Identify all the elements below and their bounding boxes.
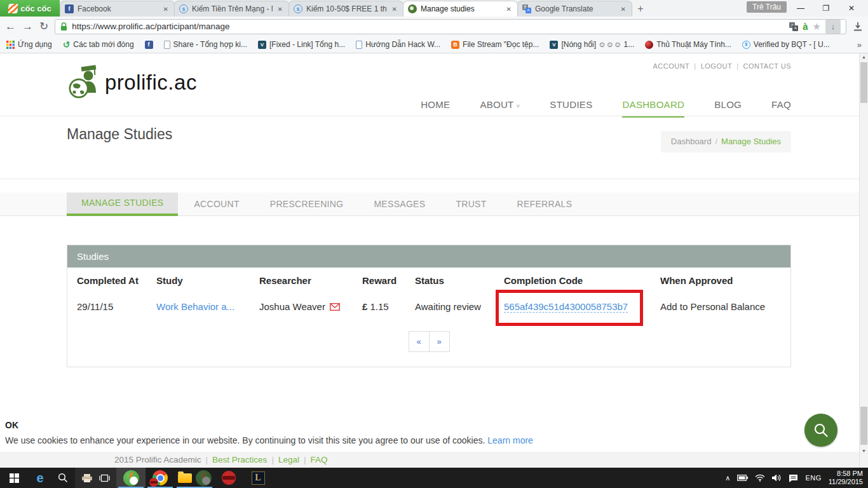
account-link[interactable]: ACCOUNT xyxy=(653,62,689,70)
coccoc-menu-button[interactable]: cốc cốc xyxy=(0,0,60,17)
footer-legal-link[interactable]: Legal xyxy=(278,455,299,464)
scroll-down-arrow[interactable]: ▼ xyxy=(860,449,868,453)
footer-best-practices-link[interactable]: Best Practices xyxy=(212,455,267,464)
prolific-logo[interactable]: prolific.ac xyxy=(65,65,197,100)
tab-facebook[interactable]: f Facebook ✕ xyxy=(60,1,175,17)
breadcrumb-dashboard[interactable]: Dashboard xyxy=(671,137,712,146)
close-icon[interactable]: ✕ xyxy=(162,6,170,13)
battery-icon[interactable] xyxy=(737,475,748,481)
search-fab-button[interactable] xyxy=(804,414,837,447)
tab-kiem-free[interactable]: $ Kiếm 10-50$ FREE 1 tháng ✕ xyxy=(288,1,403,17)
tab-title: Facebook xyxy=(78,4,158,13)
bookmark-fixed-link[interactable]: V [Fixed - Link] Tổng h... xyxy=(258,40,345,49)
study-link[interactable]: Work Behavior a... xyxy=(156,301,234,312)
tab-account-section[interactable]: ACCOUNT xyxy=(179,193,254,216)
tab-messages-section[interactable]: MESSAGES xyxy=(359,193,440,216)
bookmark-verified[interactable]: $ Verified by BQT - [ U... xyxy=(742,40,830,49)
close-icon[interactable]: ✕ xyxy=(505,6,513,13)
reload-button[interactable]: ↻ xyxy=(39,21,48,32)
league-of-legends-icon: L xyxy=(252,471,265,485)
spellcheck-icon[interactable]: à xyxy=(803,21,808,32)
forward-button[interactable]: → xyxy=(22,21,33,32)
edge-button[interactable]: e xyxy=(28,468,52,488)
windows-taskbar: e xyxy=(0,468,868,488)
bookmark-recently-closed[interactable]: ↺ Các tab mới đóng xyxy=(63,40,134,49)
profile-badge[interactable]: Trẻ Trâu xyxy=(747,1,787,13)
address-bar[interactable]: https://www.prolific.ac/participant/mana… xyxy=(55,19,846,34)
nav-home[interactable]: HOME xyxy=(421,99,450,118)
action-center-icon[interactable] xyxy=(789,474,798,482)
bookmark-facebook[interactable]: f xyxy=(145,41,153,49)
nav-about[interactable]: ABOUT ˅ xyxy=(480,99,520,118)
cookie-ok-button[interactable]: OK xyxy=(5,420,18,430)
nav-studies[interactable]: STUDIES xyxy=(550,99,592,118)
tab-referrals-section[interactable]: REFERRALS xyxy=(503,193,587,216)
wifi-icon[interactable] xyxy=(755,474,765,482)
apps-grid-icon xyxy=(6,41,15,49)
taskbar-folder-button[interactable] xyxy=(175,468,214,488)
tab-prescreening-section[interactable]: PRESCREENING xyxy=(255,193,358,216)
bookmark-share[interactable]: Share - Tổng hợp ki... xyxy=(164,40,247,49)
page-scrollbar[interactable]: ▲ ▼ xyxy=(859,53,868,468)
tab-trust-section[interactable]: TRUST xyxy=(441,193,501,216)
footer-faq-link[interactable]: FAQ xyxy=(310,455,327,464)
scrollbar-thumb-lower[interactable] xyxy=(860,407,867,445)
translate-page-icon[interactable]: xA xyxy=(789,22,798,31)
cell-when-approved: Add to Personal Balance xyxy=(660,301,790,312)
task-view-icon[interactable] xyxy=(99,474,110,482)
close-window-button[interactable]: ✕ xyxy=(839,4,864,13)
logout-link[interactable]: LOGOUT xyxy=(701,62,732,70)
nav-faq[interactable]: FAQ xyxy=(771,99,791,118)
tab-title: Google Translate xyxy=(535,4,616,13)
bookmarks-overflow-chevron[interactable]: » xyxy=(857,40,862,50)
bookmark-file-stream[interactable]: B File Stream "Đọc tệp... xyxy=(451,40,539,49)
nav-blog[interactable]: BLOG xyxy=(714,99,742,118)
scrollbar-thumb[interactable] xyxy=(860,62,867,103)
tab-google-translate[interactable]: 文A Google Translate ✕ xyxy=(517,1,632,17)
nav-dashboard[interactable]: DASHBOARD xyxy=(622,99,684,118)
completion-code-link[interactable]: 565af439c51d4300058753b7 xyxy=(504,301,628,313)
dollar-circle-icon: $ xyxy=(742,41,750,49)
start-button[interactable] xyxy=(0,468,28,488)
desktop-tile[interactable] xyxy=(75,468,116,488)
page-title: Manage Studies xyxy=(67,126,172,143)
scroll-up-arrow[interactable]: ▲ xyxy=(860,55,868,59)
prolific-logo-icon xyxy=(65,65,104,100)
page-viewport: ACCOUNT|LOGOUT|CONTACT US prolific.a xyxy=(0,53,868,468)
learn-more-link[interactable]: Learn more xyxy=(487,435,533,445)
close-icon[interactable]: ✕ xyxy=(620,6,627,13)
pagination-next-button[interactable]: » xyxy=(429,331,450,352)
language-indicator[interactable]: ENG xyxy=(805,474,821,482)
tab-kiem-tien[interactable]: $ Kiếm Tiền Trên Mạng - Ma ✕ xyxy=(174,1,289,17)
hidden-icons-chevron[interactable]: ∧ xyxy=(725,474,730,482)
restore-button[interactable]: ❐ xyxy=(813,4,839,13)
bookmark-nong-hoi[interactable]: V [Nóng hổi] ☺☺☺ 1... xyxy=(550,40,634,49)
taskbar-ninja-button[interactable] xyxy=(214,468,243,488)
volume-icon[interactable] xyxy=(772,474,782,482)
taskbar-search-button[interactable] xyxy=(52,468,74,488)
screen: cốc cốc f Facebook ✕ $ Kiếm Tiền Trên Mạ… xyxy=(0,0,868,488)
bookmark-star-icon[interactable]: ★ xyxy=(813,21,821,32)
close-icon[interactable]: ✕ xyxy=(391,6,398,13)
downloads-icon[interactable] xyxy=(853,22,863,32)
page-download-button[interactable]: ↓ xyxy=(825,20,841,34)
prolific-favicon xyxy=(408,4,417,13)
new-tab-button[interactable]: + xyxy=(632,3,649,17)
tab-manage-studies-section[interactable]: MANAGE STUDIES xyxy=(67,193,178,216)
back-button[interactable]: ← xyxy=(5,21,16,32)
pagination-prev-button[interactable]: « xyxy=(409,331,430,352)
bookmark-huong-dan[interactable]: Hướng Dẫn Hack W... xyxy=(356,40,440,49)
message-envelope-icon[interactable] xyxy=(330,303,340,311)
contact-us-link[interactable]: CONTACT US xyxy=(743,62,792,70)
taskbar-chrome-button[interactable] xyxy=(146,468,175,488)
tab-manage-studies[interactable]: Manage studies ✕ xyxy=(403,1,518,17)
bookmark-thu-thuat[interactable]: Thủ Thuật Máy Tính... xyxy=(645,40,731,49)
close-icon[interactable]: ✕ xyxy=(276,6,284,13)
facebook-favicon: f xyxy=(65,4,74,13)
taskbar-coccoc-button[interactable] xyxy=(116,468,146,488)
bookmark-apps[interactable]: Ứng dụng xyxy=(6,40,52,49)
taskbar-league-button[interactable]: L xyxy=(243,468,273,488)
minimize-button[interactable]: — xyxy=(788,4,813,13)
url-text[interactable]: https://www.prolific.ac/participant/mana… xyxy=(72,22,785,31)
taskbar-clock[interactable]: 8:58 PM 11/29/2015 xyxy=(829,470,863,486)
